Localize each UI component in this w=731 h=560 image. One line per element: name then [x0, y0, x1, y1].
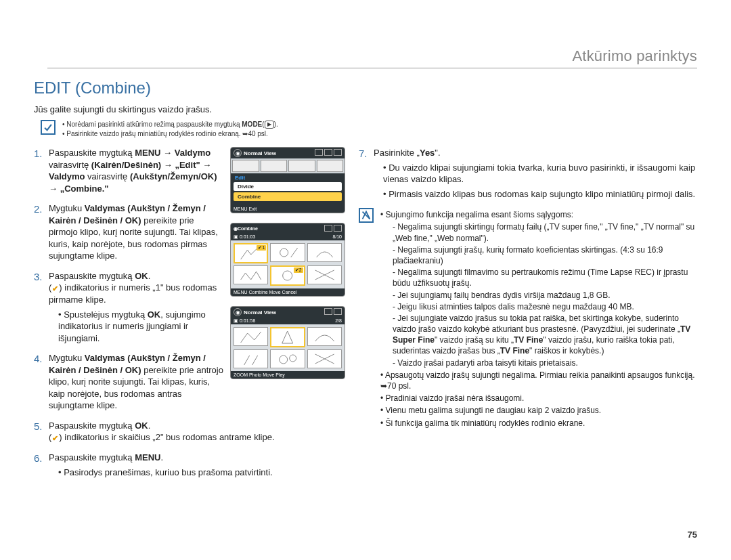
note-lines: Norėdami pasirinkti atkūrimo režimą pasp…	[62, 120, 278, 139]
page-number: 75	[688, 530, 697, 540]
svg-point-0	[280, 249, 288, 257]
page-title: EDIT (Combine)	[34, 79, 697, 98]
lcd-normal-grid: ◉Normal View ▣ 0:01:582/8 ZOOM P	[230, 306, 345, 379]
check-mark-icon: ✔	[51, 285, 59, 293]
lcd-menu: ◉Normal View Edit Divide Combine M	[230, 147, 345, 213]
intro-text: Jūs galite sujungti du skirtingus vaizdo…	[34, 104, 697, 114]
lcd-screens: ◉Normal View Edit Divide Combine M	[230, 147, 345, 389]
lcd-combine: ◉Combine ▣ 0:01:038/10 ✔1 ✔2 MENU	[230, 223, 345, 297]
svg-point-3	[290, 355, 296, 362]
note-conditions: Sujungimo funkcija negalima esant šioms …	[359, 208, 697, 430]
left-column: ◉Normal View Edit Divide Combine M	[34, 147, 345, 486]
check-mark-icon: ✔	[51, 435, 59, 442]
right-column: 7. Pasirinkite „Yes". Du vaizdo klipai s…	[359, 147, 697, 486]
chapter-title: Atkūrimo parinktys	[572, 47, 697, 65]
note-mode: Norėdami pasirinkti atkūrimo režimą pasp…	[41, 120, 697, 139]
svg-point-2	[280, 356, 288, 364]
header-rule	[47, 68, 697, 68]
check-icon	[41, 120, 56, 135]
play-icon: ▶	[265, 121, 274, 129]
manual-page: Atkūrimo parinktys EDIT (Combine) Jūs ga…	[0, 0, 731, 560]
svg-point-1	[283, 271, 292, 280]
info-icon	[359, 208, 374, 223]
